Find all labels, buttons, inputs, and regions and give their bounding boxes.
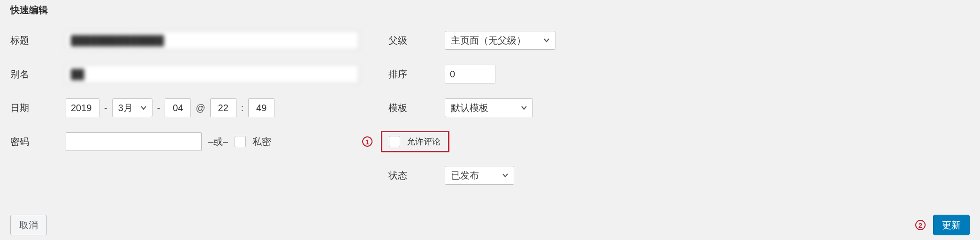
callout-1-number: 1 <box>362 136 372 147</box>
date-minute-input[interactable] <box>248 98 274 117</box>
row-order: 排序 <box>388 61 590 87</box>
row-password: 密码 –或– 私密 <box>10 129 367 154</box>
label-date: 日期 <box>10 102 66 114</box>
date-colon: : <box>240 103 245 113</box>
row-slug: 别名 <box>10 61 367 87</box>
chevron-down-icon <box>140 104 147 112</box>
date-year-input[interactable] <box>66 98 99 117</box>
update-button[interactable]: 更新 <box>933 215 970 235</box>
row-title: 标题 <box>10 28 367 53</box>
callout-2-number: 2 <box>915 220 926 230</box>
row-template: 模板 默认模板 <box>388 95 590 120</box>
label-password: 密码 <box>10 135 66 148</box>
quick-edit-panel: 快速编辑 标题 别名 日期 - 3月 <box>0 0 980 240</box>
password-or-text: –或– <box>208 135 228 148</box>
update-wrap: 2 更新 <box>915 215 970 235</box>
row-parent: 父级 主页面（无父级） <box>388 28 590 53</box>
date-sep-2: - <box>156 103 161 113</box>
allow-comments-box: 允许评论 <box>381 131 449 152</box>
label-order: 排序 <box>388 68 445 81</box>
chevron-down-icon <box>501 172 509 179</box>
label-slug: 别名 <box>10 68 66 81</box>
label-title: 标题 <box>10 34 66 47</box>
callout-1: 1 <box>362 136 372 147</box>
chevron-down-icon <box>520 104 528 112</box>
private-label: 私密 <box>252 135 271 148</box>
panel-heading: 快速编辑 <box>10 4 970 16</box>
slug-input[interactable] <box>66 65 359 83</box>
callout-2: 2 <box>915 220 926 230</box>
private-checkbox[interactable] <box>235 136 246 147</box>
status-select[interactable]: 已发布 <box>445 166 514 185</box>
template-value: 默认模板 <box>451 102 488 114</box>
parent-select[interactable]: 主页面（无父级） <box>445 31 555 50</box>
date-sep-1: - <box>103 103 108 113</box>
panel-body: 标题 别名 日期 - 3月 - <box>10 28 970 196</box>
template-select[interactable]: 默认模板 <box>445 98 533 117</box>
date-day-input[interactable] <box>165 98 191 117</box>
allow-comments-checkbox[interactable] <box>389 136 400 147</box>
left-column: 标题 别名 日期 - 3月 - <box>10 28 367 196</box>
date-line: - 3月 - @ : <box>66 98 274 117</box>
cancel-button[interactable]: 取消 <box>10 215 47 235</box>
allow-comments-label: 允许评论 <box>407 136 441 147</box>
label-status: 状态 <box>388 169 445 182</box>
row-status: 状态 已发布 <box>388 163 590 188</box>
status-value: 已发布 <box>451 169 479 182</box>
label-template: 模板 <box>388 102 445 114</box>
title-input[interactable] <box>66 31 359 50</box>
order-input[interactable] <box>445 65 495 83</box>
date-at: @ <box>195 103 206 113</box>
date-hour-input[interactable] <box>210 98 236 117</box>
row-allow-comments: 1 允许评论 <box>362 129 590 154</box>
row-date: 日期 - 3月 - @ : <box>10 95 367 120</box>
right-column: 父级 主页面（无父级） 排序 模板 默认模板 <box>388 28 590 196</box>
parent-value: 主页面（无父级） <box>451 34 526 47</box>
chevron-down-icon <box>543 37 550 44</box>
password-line: –或– 私密 <box>66 132 271 151</box>
password-input[interactable] <box>66 132 202 151</box>
footer: 取消 2 更新 <box>0 215 980 235</box>
label-parent: 父级 <box>388 34 445 47</box>
date-month-value: 3月 <box>118 102 133 114</box>
date-month-select[interactable]: 3月 <box>112 98 152 117</box>
